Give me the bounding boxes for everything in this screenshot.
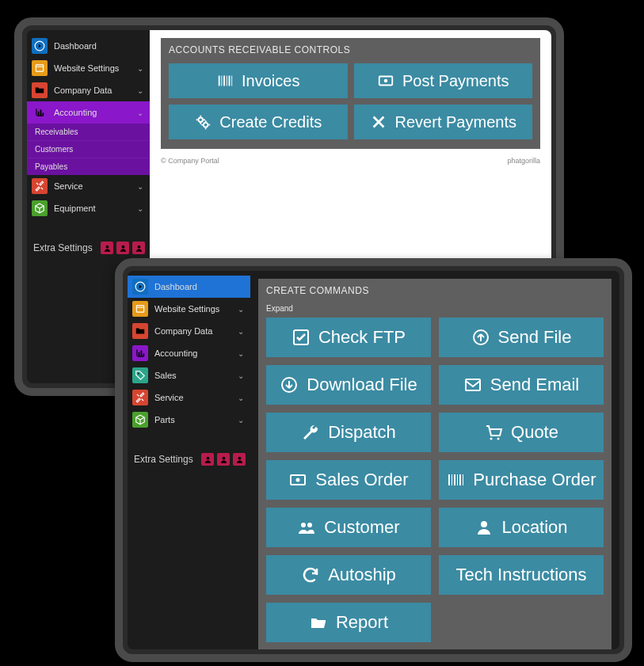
quote-button[interactable]: Quote: [439, 413, 604, 452]
chevron-down-icon: ⌄: [238, 327, 244, 336]
chevron-down-icon: ⌄: [238, 305, 244, 314]
sidebar-item-label: Website Settings: [54, 63, 119, 73]
folder-icon: [32, 82, 48, 98]
button-label: Download File: [307, 375, 417, 394]
sidebar-subitem-receivables[interactable]: Receivables: [27, 124, 150, 140]
button-label: Location: [501, 518, 567, 536]
button-label: Post Payments: [402, 73, 509, 89]
sidebar-item-equipment[interactable]: Equipment⌄: [27, 197, 150, 219]
sidebar-item-website-settings[interactable]: Website Settings⌄: [128, 298, 250, 320]
sidebar-item-label: Sales: [154, 371, 177, 380]
sidebar-item-label: Dashboard: [154, 282, 197, 291]
sidebar-item-website-settings[interactable]: Website Settings⌄: [27, 57, 150, 79]
button-label: Send Email: [490, 375, 580, 394]
tools-icon: [32, 178, 48, 194]
tech-instructions-button[interactable]: Tech Instructions: [439, 555, 604, 595]
sidebar: DashboardWebsite Settings⌄Company Data⌄A…: [128, 271, 250, 649]
button-label: Purchase Order: [473, 470, 596, 489]
user-up-icon[interactable]: [101, 242, 113, 254]
footer: © Company Portal phatgorilla: [161, 157, 540, 165]
button-label: Check FTP: [318, 328, 406, 346]
button-label: Revert Payments: [395, 114, 516, 131]
purchase-order-button[interactable]: Purchase Order: [439, 460, 604, 500]
extra-settings-row: Extra Settings: [27, 235, 150, 254]
sidebar-item-accounting[interactable]: Accounting⌄: [128, 342, 250, 364]
report-button[interactable]: Report: [266, 603, 431, 642]
user-down-icon[interactable]: [217, 453, 230, 466]
dispatch-button[interactable]: Dispatch: [266, 413, 431, 452]
send-email-button[interactable]: Send Email: [439, 365, 604, 405]
invoices-button[interactable]: Invoices: [169, 63, 348, 98]
extra-settings-label: Extra Settings: [134, 454, 193, 465]
button-label: Invoices: [242, 73, 299, 89]
button-grid: InvoicesPost PaymentsCreate CreditsRever…: [169, 63, 532, 139]
sidebar-item-label: Dashboard: [54, 41, 97, 51]
sidebar-item-label: Service: [154, 393, 184, 402]
tag-icon: [132, 367, 148, 383]
chart-icon: [32, 105, 48, 120]
sidebar-item-label: Accounting: [54, 108, 97, 117]
screen: DashboardWebsite Settings⌄Company Data⌄A…: [128, 271, 619, 649]
folder-icon: [132, 323, 148, 339]
customer-button[interactable]: Customer: [266, 508, 431, 547]
user-up-icon[interactable]: [201, 453, 214, 466]
revert-payments-button[interactable]: Revert Payments: [354, 105, 533, 139]
sidebar-item-dashboard[interactable]: Dashboard: [128, 276, 250, 298]
autoship-button[interactable]: Autoship: [266, 555, 431, 595]
window-icon: [32, 60, 48, 76]
sidebar-item-service[interactable]: Service⌄: [27, 175, 150, 197]
sidebar-item-label: Equipment: [54, 204, 96, 213]
button-label: Quote: [511, 423, 558, 441]
sidebar-item-sales[interactable]: Sales⌄: [128, 364, 250, 386]
arrow-right-circle-icon: [32, 38, 48, 54]
create-credits-button[interactable]: Create Credits: [169, 105, 348, 139]
button-grid: Check FTPSend FileDownload FileSend Emai…: [266, 318, 604, 642]
person-icon[interactable]: [233, 453, 246, 466]
chevron-down-icon: ⌄: [238, 394, 244, 402]
sidebar-item-label: Accounting: [154, 348, 197, 358]
location-button[interactable]: Location: [439, 508, 604, 547]
sidebar-item-label: Company Data: [54, 86, 112, 95]
sidebar-item-company-data[interactable]: Company Data⌄: [27, 79, 150, 101]
chevron-down-icon: ⌄: [137, 182, 143, 191]
download-file-button[interactable]: Download File: [266, 365, 431, 405]
sidebar-item-label: Service: [54, 181, 83, 191]
tools-icon: [132, 390, 148, 405]
chevron-down-icon: ⌄: [238, 371, 244, 380]
sidebar-item-company-data[interactable]: Company Data⌄: [128, 320, 250, 342]
sidebar-item-accounting[interactable]: Accounting⌄: [27, 101, 150, 124]
extra-settings-row: Extra Settings: [128, 447, 250, 466]
button-label: Tech Instructions: [455, 565, 586, 584]
sidebar-item-dashboard[interactable]: Dashboard: [27, 35, 150, 57]
user-down-icon[interactable]: [116, 242, 129, 254]
sidebar-item-label: Parts: [154, 415, 175, 424]
chart-icon: [132, 345, 148, 361]
button-label: Sales Order: [315, 470, 408, 489]
sidebar-item-label: Company Data: [154, 326, 212, 336]
extra-settings-label: Extra Settings: [33, 242, 93, 253]
sidebar-item-parts[interactable]: Parts⌄: [128, 409, 250, 431]
check-ftp-button[interactable]: Check FTP: [266, 318, 431, 357]
accounts-receivable-panel: ACCOUNTS RECEIVABLE CONTROLS InvoicesPos…: [161, 38, 540, 149]
chevron-down-icon: ⌄: [137, 64, 143, 73]
button-label: Create Credits: [219, 114, 322, 131]
sales-order-button[interactable]: Sales Order: [266, 460, 431, 500]
person-icon[interactable]: [132, 242, 145, 254]
chevron-down-icon: ⌄: [137, 108, 143, 117]
button-label: Send File: [498, 328, 572, 346]
tablet-commands: DashboardWebsite Settings⌄Company Data⌄A…: [115, 258, 632, 662]
window-icon: [132, 301, 148, 317]
footer-copyright: © Company Portal: [161, 157, 219, 165]
button-label: Autoship: [328, 565, 396, 584]
expand-link[interactable]: Expand: [266, 304, 604, 313]
button-label: Report: [336, 613, 388, 631]
cube-icon: [132, 412, 148, 428]
sidebar-subitem-customers[interactable]: Customers: [27, 140, 150, 158]
sidebar-item-service[interactable]: Service⌄: [128, 386, 250, 409]
send-file-button[interactable]: Send File: [439, 318, 604, 357]
create-commands-panel: CREATE COMMANDS Expand Check FTPSend Fil…: [258, 279, 612, 649]
sidebar-subitem-payables[interactable]: Payables: [27, 158, 150, 175]
post-payments-button[interactable]: Post Payments: [354, 63, 533, 98]
footer-brand: phatgorilla: [507, 157, 540, 165]
button-label: Customer: [324, 518, 399, 536]
